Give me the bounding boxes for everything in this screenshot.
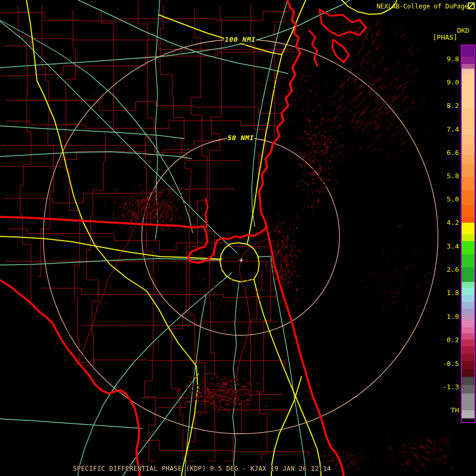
colorbar: [461, 44, 475, 423]
colorbar-tick-label: 1.8: [434, 289, 459, 297]
product-code-label: DKD: [457, 26, 469, 34]
colorbar-tick-label: 6.6: [434, 149, 459, 157]
watermark-title: NEXLAB-College of DuPage: [377, 3, 468, 10]
colorbar-segment: [462, 282, 474, 288]
colorbar-segment: [462, 361, 474, 369]
colorbar-segment: [462, 234, 474, 241]
colorbar-segment: [462, 69, 474, 74]
colorbar-segment: [462, 254, 474, 268]
colorbar-segment: [462, 165, 474, 177]
colorbar-tick-label: 1.0: [434, 313, 459, 321]
colorbar-segment: [462, 45, 474, 57]
colorbar-segment: [462, 321, 474, 327]
colorbar-tick-label: -0.5: [434, 360, 459, 368]
colorbar-tick-label: 7.4: [434, 125, 459, 133]
colorbar-tick-label: 5.8: [434, 172, 459, 180]
colorbar-segment: [462, 241, 474, 254]
range-ring-label-50: 50 NMI: [227, 134, 254, 142]
colorbar-segment: [462, 154, 474, 165]
nexlab-logo-icon: [468, 2, 475, 10]
colorbar-segment: [462, 57, 474, 64]
colorbar-segment: [462, 333, 474, 340]
colorbar-segment: [462, 385, 474, 393]
colorbar-segment: [462, 64, 474, 69]
colorbar-segment: [462, 223, 474, 234]
colorbar-segment: [462, 108, 474, 135]
colorbar-tick-label: TH: [434, 406, 459, 414]
colorbar-segment: [462, 144, 474, 154]
colorbar-segment: [462, 315, 474, 321]
colorbar-tick-label: 9.8: [434, 55, 459, 63]
colorbar-segment: [462, 309, 474, 315]
colorbar-tick-label: 5.0: [434, 195, 459, 203]
colorbar-segment: [462, 346, 474, 354]
colorbar-segment: [462, 295, 474, 302]
colorbar-segment: [462, 393, 474, 410]
colorbar-segment: [462, 327, 474, 333]
colorbar-segment: [462, 302, 474, 309]
colorbar-segment: [462, 74, 474, 108]
colorbar-segment: [462, 135, 474, 144]
colorbar-segment: [462, 177, 474, 190]
colorbar-segment: [462, 205, 474, 217]
colorbar-segment: [462, 340, 474, 346]
colorbar-tick-label: 9.0: [434, 78, 459, 86]
colorbar-segment: [462, 288, 474, 295]
colorbar-segment: [462, 268, 474, 282]
colorbar-segment: [462, 190, 474, 205]
range-ring-label-100: 100 NMI: [224, 35, 256, 43]
colorbar-tick-label: 8.2: [434, 102, 459, 109]
product-units-label: [PHAS]: [433, 33, 457, 41]
colorbar-segment: [462, 377, 474, 385]
colorbar-tick-label: 0.2: [434, 336, 459, 344]
radar-map-canvas: [0, 0, 476, 476]
colorbar-segment: [462, 217, 474, 223]
colorbar-tick-label: 2.6: [434, 266, 459, 273]
colorbar-tick-label: 3.4: [434, 242, 459, 250]
colorbar-segment: [462, 369, 474, 377]
colorbar-tick-label: 4.2: [434, 218, 459, 226]
radar-viewer-screen: NEXLAB-College of DuPage DKD [PHAS] 100 …: [0, 0, 476, 476]
colorbar-segment: [462, 418, 474, 422]
product-caption: SPECIFIC DIFFERENTIAL PHASE (KDP) 0.5 DE…: [73, 465, 331, 472]
colorbar-segment: [462, 354, 474, 361]
colorbar-tick-label: -1.3: [434, 383, 459, 391]
colorbar-segment: [462, 410, 474, 418]
